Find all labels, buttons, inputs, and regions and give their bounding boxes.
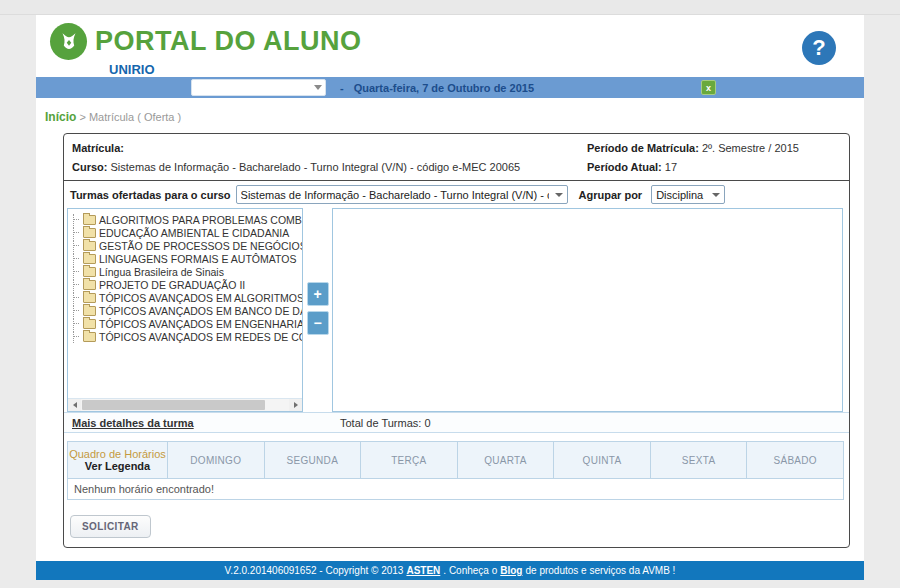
discipline-name[interactable]: EDUCAÇÃO AMBIENTAL E CIDADANIA (99, 227, 289, 239)
header: PORTAL DO ALUNO UNIRIO ? (36, 15, 864, 77)
tree-expand-icon[interactable] (71, 253, 80, 264)
horizontal-scrollbar[interactable] (68, 398, 302, 411)
chevron-down-icon (314, 85, 322, 90)
remove-turma-button[interactable]: − (307, 311, 329, 335)
tree-item[interactable]: ALGORITMOS PARA PROBLEMAS COMBINATÓRIOS (71, 213, 300, 226)
footer-version-text: V.2.0.201406091652 - Copyright © 2013 (225, 565, 404, 576)
folder-icon (83, 215, 96, 225)
solicitar-button[interactable]: SOLICITAR (70, 515, 151, 538)
asten-link[interactable]: ASTEN (406, 565, 440, 576)
folder-icon (83, 267, 96, 277)
discipline-name[interactable]: TÓPICOS AVANÇADOS EM ALGORITMOS I (99, 292, 302, 304)
scroll-left-icon[interactable] (68, 399, 81, 411)
day-header: SEGUNDA (264, 442, 361, 479)
periodo-atual-label: Período Atual: (587, 161, 662, 173)
brand: PORTAL DO ALUNO (50, 23, 864, 60)
discipline-name[interactable]: PROJETO DE GRADUAÇÃO II (99, 279, 245, 291)
tree-expand-icon[interactable] (71, 279, 80, 290)
tree-expand-icon[interactable] (71, 318, 80, 329)
day-header: QUINTA (554, 442, 651, 479)
folder-icon (83, 280, 96, 290)
folder-icon (83, 228, 96, 238)
chevron-down-icon (555, 193, 563, 197)
discipline-name[interactable]: TÓPICOS AVANÇADOS EM ENGENHARIA DE SOFTW… (99, 318, 302, 330)
scrollbar-track[interactable] (81, 399, 289, 411)
tree-item[interactable]: TÓPICOS AVANÇADOS EM BANCO DE DADOS II (71, 304, 300, 317)
mais-detalhes-link[interactable]: Mais detalhes da turma (72, 417, 194, 429)
quadro-horarios-title: Quadro de Horários (68, 448, 167, 460)
tree-item[interactable]: PROJETO DE GRADUAÇÃO II (71, 278, 300, 291)
available-disciplines-panel: ALGORITMOS PARA PROBLEMAS COMBINATÓRIOS … (67, 208, 303, 412)
breadcrumb: Início > Matrícula ( Oferta ) (36, 98, 864, 133)
ver-legenda-link[interactable]: Ver Legenda (68, 460, 167, 472)
discipline-name[interactable]: Língua Brasileira de Sinais (99, 266, 224, 278)
tree-item[interactable]: TÓPICOS AVANÇADOS EM ENGENHARIA DE SOFTW… (71, 317, 300, 330)
curso-label: Curso: (72, 161, 107, 173)
tree-expand-icon[interactable] (71, 214, 80, 225)
tree-item[interactable]: TÓPICOS AVANÇADOS EM REDES DE COMPUTADOR… (71, 330, 300, 343)
total-turmas-label: Total de Turmas: (340, 417, 421, 429)
browser-top-strip (0, 0, 900, 15)
footer-after-text: de produtos e serviços da AVMB ! (525, 565, 675, 576)
agrupar-select[interactable]: Disciplina (651, 185, 725, 204)
periodo-matricula-value: 2º. Semestre / 2015 (702, 142, 799, 154)
breadcrumb-separator: > (79, 111, 85, 123)
close-icon[interactable]: x (701, 80, 716, 95)
tree-expand-icon[interactable] (71, 331, 80, 342)
details-bar: Mais detalhes da turma Total de Turmas: … (64, 412, 849, 433)
day-header: QUARTA (457, 442, 554, 479)
breadcrumb-home-link[interactable]: Início (45, 110, 76, 124)
student-info-section: Matrícula: Curso: Sistemas de Informação… (64, 134, 849, 181)
periodo-matricula-label: Período de Matrícula: (587, 142, 699, 154)
discipline-name[interactable]: ALGORITMOS PARA PROBLEMAS COMBINATÓRIOS (99, 214, 302, 226)
curso-select-value: Sistemas de Informação - Bacharelado - T… (241, 189, 549, 201)
total-turmas: Total de Turmas: 0 (340, 417, 431, 429)
unirio-logo-icon (50, 23, 87, 60)
page-title: PORTAL DO ALUNO (95, 26, 362, 57)
transfer-panels: ALGORITMOS PARA PROBLEMAS COMBINATÓRIOS … (64, 208, 849, 412)
discipline-name[interactable]: LINGUAGENS FORMAIS E AUTÔMATOS (99, 253, 296, 265)
blog-link[interactable]: Blog (500, 565, 522, 576)
discipline-name[interactable]: GESTÃO DE PROCESSOS DE NEGÓCIOS (99, 240, 302, 252)
tree-item[interactable]: Língua Brasileira de Sinais (71, 265, 300, 278)
agrupar-select-value: Disciplina (656, 189, 706, 201)
schedule-header-row: Quadro de Horários Ver Legenda DOMINGOSE… (68, 442, 844, 479)
day-header: TERÇA (361, 442, 458, 479)
tree-item[interactable]: LINGUAGENS FORMAIS E AUTÔMATOS (71, 252, 300, 265)
current-date: Quarta-feira, 7 de Outubro de 2015 (354, 82, 534, 94)
tree-expand-icon[interactable] (71, 266, 80, 277)
toolbar-dropdown[interactable] (191, 79, 326, 96)
scroll-right-icon[interactable] (289, 399, 302, 411)
tree-expand-icon[interactable] (71, 227, 80, 238)
institution-name: UNIRIO (109, 62, 864, 77)
folder-icon (83, 319, 96, 329)
curso-value: Sistemas de Informação - Bacharelado - T… (111, 161, 521, 173)
add-turma-button[interactable]: + (307, 282, 329, 306)
curso-select[interactable]: Sistemas de Informação - Bacharelado - T… (236, 185, 568, 204)
folder-icon (83, 332, 96, 342)
day-header: SÁBADO (747, 442, 844, 479)
agrupar-por-label: Agrupar por (579, 189, 643, 201)
student-info-right: Período de Matrícula: 2º. Semestre / 201… (587, 142, 839, 174)
discipline-name[interactable]: TÓPICOS AVANÇADOS EM REDES DE COMPUTADOR… (99, 331, 302, 343)
enrollment-panel: Matrícula: Curso: Sistemas de Informação… (63, 133, 850, 548)
day-header: DOMINGO (168, 442, 265, 479)
top-toolbar: - Quarta-feira, 7 de Outubro de 2015 x (36, 77, 864, 98)
tree-item[interactable]: GESTÃO DE PROCESSOS DE NEGÓCIOS (71, 239, 300, 252)
folder-icon (83, 293, 96, 303)
help-icon[interactable]: ? (802, 31, 836, 65)
scrollbar-thumb[interactable] (82, 400, 265, 410)
tree-item[interactable]: EDUCAÇÃO AMBIENTAL E CIDADANIA (71, 226, 300, 239)
tree-expand-icon[interactable] (71, 240, 80, 251)
discipline-name[interactable]: TÓPICOS AVANÇADOS EM BANCO DE DADOS II (99, 305, 302, 317)
folder-icon (83, 241, 96, 251)
tree-expand-icon[interactable] (71, 292, 80, 303)
day-header: SEXTA (650, 442, 747, 479)
tree-item[interactable]: TÓPICOS AVANÇADOS EM ALGORITMOS I (71, 291, 300, 304)
schedule-empty-message: Nenhum horário encontrado! (68, 479, 844, 500)
footer: V.2.0.201406091652 - Copyright © 2013 AS… (36, 561, 864, 580)
folder-icon (83, 306, 96, 316)
schedule-corner-cell: Quadro de Horários Ver Legenda (68, 442, 168, 479)
matricula-label: Matrícula: (72, 142, 124, 154)
tree-expand-icon[interactable] (71, 305, 80, 316)
